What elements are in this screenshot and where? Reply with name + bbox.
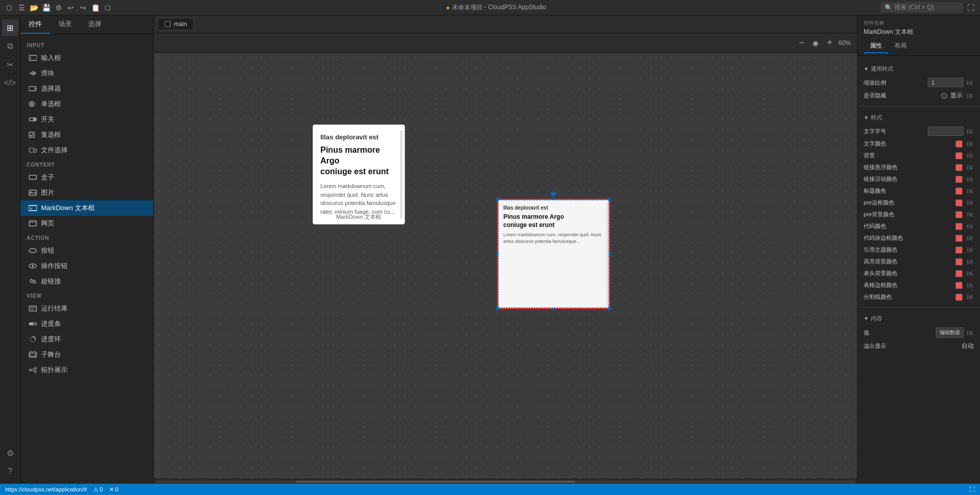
font-size-x-btn[interactable]: (x) <box>966 129 974 134</box>
pre-border-x-btn[interactable]: (x) <box>966 200 974 205</box>
quote-color-x-btn[interactable]: (x) <box>966 247 974 253</box>
canvas-selected-element[interactable]: Illas deploravit est Pinus marmore Argo … <box>497 199 610 309</box>
extra-icon[interactable]: ⬡ <box>104 4 112 12</box>
h-scrollbar-thumb[interactable] <box>296 481 576 483</box>
code-block-border-x-btn[interactable]: (x) <box>966 235 974 241</box>
sidebar-widgets-icon[interactable]: ⊞ <box>2 19 18 36</box>
window-icon[interactable]: ⛶ <box>967 4 975 12</box>
panel-item-expand[interactable]: 拓扑展示 <box>21 362 153 378</box>
save-icon[interactable]: 💾 <box>42 4 50 12</box>
canvas-md-h1: Pinus marmore Argo coniuge est erunt <box>503 213 604 229</box>
link-hover-x-btn[interactable]: (x) <box>966 164 974 170</box>
fit-btn[interactable]: ◉ <box>810 38 821 48</box>
prop-row-table-header-bg: 表头背景颜色 (x) <box>858 267 980 279</box>
font-color-swatch[interactable] <box>955 140 963 148</box>
pre-border-swatch[interactable] <box>955 199 963 207</box>
menu-icon[interactable]: ☰ <box>17 4 26 12</box>
panel-item-radio[interactable]: 单选框 <box>21 96 153 112</box>
divider-color-value: (x) <box>955 294 974 301</box>
link-active-x-btn[interactable]: (x) <box>966 176 974 182</box>
pre-bg-swatch[interactable] <box>955 211 963 218</box>
panel-item-checkbox[interactable]: 复选框 <box>21 127 153 142</box>
highlight-bg-x-btn[interactable]: (x) <box>966 259 974 264</box>
quote-color-swatch[interactable] <box>955 246 963 254</box>
fullscreen-icon[interactable]: ⛶ <box>969 486 975 492</box>
sidebar-layers-icon[interactable]: ⧉ <box>2 38 18 54</box>
table-header-bg-swatch[interactable] <box>955 270 963 277</box>
open-folder-icon[interactable]: 📂 <box>30 4 38 12</box>
main-tab[interactable]: main <box>158 18 194 30</box>
scale-input[interactable] <box>928 78 964 87</box>
edit-data-btn[interactable]: 编辑数据 <box>936 327 964 338</box>
zoom-out-btn[interactable]: − <box>797 36 807 49</box>
canvas-area[interactable]: Illas deploravit est Pinus marmore Argo … <box>154 53 857 479</box>
markdown-drag-card[interactable]: Illas deploravit est Pinus marmore Argo … <box>313 125 405 224</box>
search-box[interactable]: 🔍 搜索 (Ctrl + Q) <box>881 2 963 13</box>
code-block-border-swatch[interactable] <box>955 235 963 242</box>
table-header-bg-value: (x) <box>955 270 974 277</box>
highlight-bg-swatch[interactable] <box>955 258 963 265</box>
link-hover-swatch[interactable] <box>955 164 963 171</box>
panel-item-box[interactable]: 盒子 <box>21 170 153 185</box>
panel-item-selector[interactable]: 选择器 <box>21 81 153 96</box>
panel-item-input-box[interactable]: 输入框 <box>21 50 153 66</box>
divider-color-x-btn[interactable]: (x) <box>966 294 974 300</box>
panel-item-switch[interactable]: 开关 <box>21 112 153 127</box>
panel-item-hyperlink[interactable]: 超链接 <box>21 274 153 289</box>
panel-item-file-select[interactable]: 文件选择 <box>21 142 153 158</box>
h-scrollbar[interactable] <box>154 479 857 484</box>
rotate-handle[interactable] <box>550 191 556 196</box>
sidebar-tools-icon[interactable]: ✂ <box>2 56 18 73</box>
content-section-label: 内容 <box>871 315 882 322</box>
pre-bg-x-btn[interactable]: (x) <box>966 212 974 217</box>
undo-icon[interactable]: ↩ <box>67 4 75 12</box>
zoom-in-btn[interactable]: + <box>825 36 834 49</box>
bg-swatch[interactable] <box>955 152 963 159</box>
hidden-radio[interactable] <box>941 93 947 99</box>
panel-item-button[interactable]: 按钮 <box>21 243 153 258</box>
table-border-swatch[interactable] <box>955 282 963 289</box>
scale-x-btn[interactable]: (x) <box>966 80 974 86</box>
selector-icon <box>29 85 37 93</box>
panel-item-webpage[interactable]: 网页 <box>21 216 153 231</box>
selector-label: 选择器 <box>41 84 61 93</box>
code-color-x-btn[interactable]: (x) <box>966 223 974 229</box>
bg-x-btn[interactable]: (x) <box>966 153 974 158</box>
sidebar-settings-icon[interactable]: ⚙ <box>2 445 18 461</box>
settings-icon[interactable]: ⚙ <box>54 4 63 12</box>
value-x-btn[interactable]: (x) <box>966 330 974 336</box>
table-border-x-btn[interactable]: (x) <box>966 282 974 288</box>
prop-section-style-title[interactable]: ▼ 样式 <box>858 111 980 125</box>
panel-item-progress-ring[interactable]: 进度环 <box>21 332 153 347</box>
font-size-input[interactable] <box>928 127 964 136</box>
left-panel: 控件 场景 选择 INPUT 输入框 滑块 <box>21 15 154 484</box>
panel-item-progress-bar[interactable]: 进度条 <box>21 316 153 332</box>
copy-icon[interactable]: 📋 <box>91 4 99 12</box>
panel-item-action-button[interactable]: 操作按钮 <box>21 258 153 274</box>
panel-item-image[interactable]: 图片 <box>21 185 153 200</box>
heading-color-swatch[interactable] <box>955 188 963 195</box>
heading-color-x-btn[interactable]: (x) <box>966 188 974 194</box>
panel-item-markdown[interactable]: ≡ MarkDown 文本框 MarkDown 文本框 <box>21 200 153 216</box>
panel-item-slider[interactable]: 滑块 <box>21 66 153 81</box>
file-select-label: 文件选择 <box>41 146 68 155</box>
prop-section-common-title[interactable]: ▼ 通用样式 <box>858 62 980 76</box>
tab-properties[interactable]: 属性 <box>864 39 888 53</box>
tab-layout[interactable]: 布局 <box>888 39 913 53</box>
tab-select[interactable]: 选择 <box>80 15 110 34</box>
divider-color-swatch[interactable] <box>955 294 963 301</box>
tab-controls[interactable]: 控件 <box>21 15 50 34</box>
prop-section-content-title[interactable]: ▼ 内容 <box>858 312 980 325</box>
table-header-bg-x-btn[interactable]: (x) <box>966 271 974 276</box>
redo-icon[interactable]: ↪ <box>79 4 87 12</box>
md-card-scrollbar <box>400 130 402 219</box>
panel-item-sub-stage[interactable]: 子舞台 <box>21 347 153 362</box>
hidden-x-btn[interactable]: (x) <box>966 93 974 98</box>
sidebar-code-icon[interactable]: </> <box>2 75 18 91</box>
tab-scenes[interactable]: 场景 <box>50 15 80 34</box>
code-color-swatch[interactable] <box>955 223 963 230</box>
link-active-swatch[interactable] <box>955 176 963 183</box>
font-color-x-btn[interactable]: (x) <box>966 141 974 147</box>
panel-item-run-result[interactable]: 运行结果 <box>21 301 153 316</box>
sidebar-help-icon[interactable]: ? <box>2 463 18 480</box>
